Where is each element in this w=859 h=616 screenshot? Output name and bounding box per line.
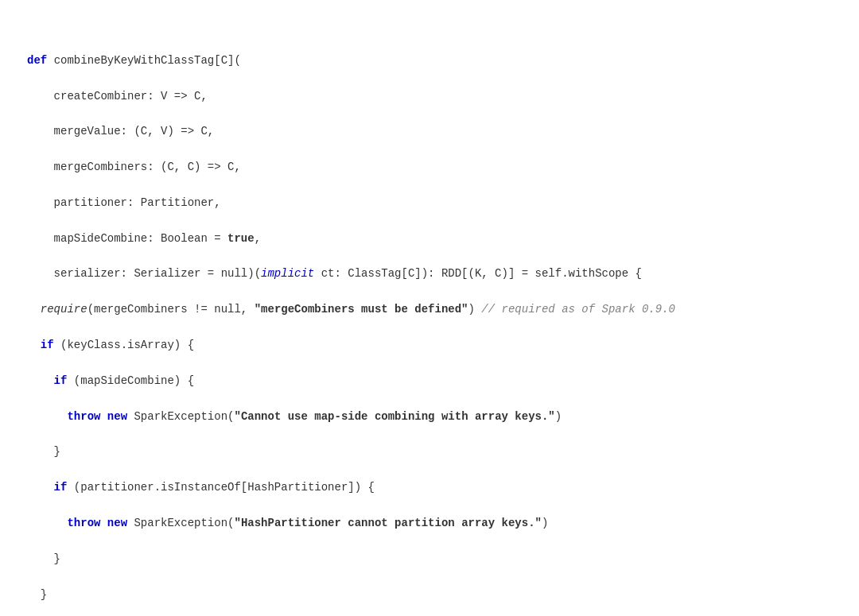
code-line-9: if (keyClass.isArray) { (24, 336, 835, 354)
code-line-13: if (partitioner.isInstanceOf[HashPartiti… (24, 478, 835, 496)
code-line-3: mergeValue: (C, V) => C, (24, 122, 835, 140)
code-line-10: if (mapSideCombine) { (24, 372, 835, 389)
code-line-16: } (24, 586, 835, 603)
code-line-14: throw new SparkException("HashPartitione… (24, 514, 835, 532)
code-line-4: mergeCombiners: (C, C) => C, (24, 158, 835, 176)
code-line-7: serializer: Serializer = null)(implicit … (24, 265, 835, 282)
code-line-5: partitioner: Partitioner, (24, 194, 835, 211)
code-line-12: } (24, 443, 835, 460)
code-line-2: createCombiner: V => C, (24, 87, 835, 105)
code-line-6: mapSideCombine: Boolean = true, (24, 230, 835, 247)
code-line-15: } (24, 550, 835, 568)
code-block: def combineByKeyWithClassTag[C]( createC… (24, 16, 835, 616)
code-line-11: throw new SparkException("Cannot use map… (24, 408, 835, 425)
code-line-1: def combineByKeyWithClassTag[C]( (24, 52, 835, 69)
code-line-8: require(mergeCombiners != null, "mergeCo… (24, 300, 835, 318)
